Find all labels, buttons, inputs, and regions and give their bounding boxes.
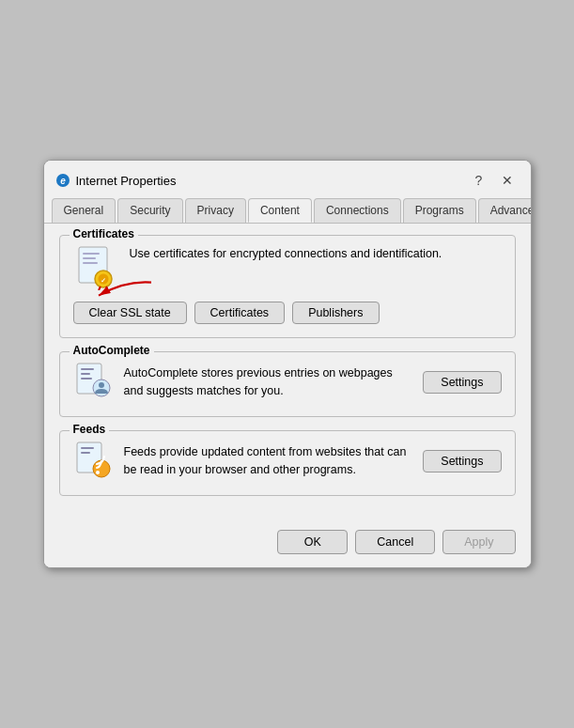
- svg-rect-5: [83, 262, 98, 264]
- svg-rect-14: [81, 373, 90, 375]
- certificates-button[interactable]: Certificates: [194, 302, 286, 324]
- svg-point-22: [96, 471, 100, 474]
- internet-properties-window: e Internet Properties ? ✕ General Securi…: [43, 160, 532, 568]
- close-button[interactable]: ✕: [495, 168, 520, 193]
- certificates-section-label: Certificates: [70, 227, 138, 240]
- feeds-icon: [73, 441, 113, 482]
- window-title: Internet Properties: [76, 174, 177, 188]
- title-bar: e Internet Properties ? ✕: [44, 161, 531, 193]
- red-arrow: [83, 277, 167, 303]
- cert-buttons: Clear SSL state Certificates Publishers: [73, 302, 502, 324]
- svg-rect-4: [83, 257, 96, 259]
- title-bar-left: e Internet Properties: [55, 173, 177, 188]
- svg-text:e: e: [60, 176, 66, 186]
- cert-row: ✓ Use certific: [73, 245, 502, 290]
- autocomplete-row: AutoComplete stores previous entries on …: [73, 362, 502, 403]
- feeds-settings-button[interactable]: Settings: [423, 450, 501, 472]
- clear-ssl-button[interactable]: Clear SSL state: [73, 302, 187, 324]
- autocomplete-icon: [73, 362, 113, 403]
- help-button[interactable]: ?: [467, 168, 491, 193]
- tab-bar: General Security Privacy Content Connect…: [44, 193, 531, 223]
- tab-privacy[interactable]: Privacy: [185, 198, 246, 223]
- svg-rect-13: [81, 368, 94, 370]
- svg-rect-15: [81, 378, 92, 379]
- svg-point-17: [99, 382, 104, 388]
- bottom-bar: OK Cancel Apply: [44, 520, 531, 567]
- tab-security[interactable]: Security: [117, 198, 182, 223]
- autocomplete-section-label: AutoComplete: [70, 344, 154, 357]
- feeds-row: Feeds provide updated content from websi…: [73, 441, 502, 482]
- title-bar-right: ? ✕: [467, 168, 520, 193]
- feeds-description: Feeds provide updated content from websi…: [124, 443, 412, 479]
- tab-advanced[interactable]: Advanced: [478, 198, 532, 223]
- tab-content[interactable]: Content: [248, 198, 312, 223]
- tab-general[interactable]: General: [52, 198, 116, 223]
- content-area: Certificates ✓: [44, 223, 531, 520]
- publishers-button[interactable]: Publishers: [292, 302, 379, 324]
- ok-button[interactable]: OK: [277, 530, 348, 554]
- svg-rect-20: [81, 452, 90, 454]
- cert-icon-wrap: ✓: [73, 245, 118, 290]
- autocomplete-settings-button[interactable]: Settings: [423, 371, 501, 394]
- cancel-button[interactable]: Cancel: [355, 530, 435, 554]
- autocomplete-description: AutoComplete stores previous entries on …: [124, 364, 412, 400]
- feeds-section: Feeds Feeds provide updated content from…: [59, 430, 516, 496]
- tab-connections[interactable]: Connections: [314, 198, 401, 223]
- svg-rect-19: [81, 447, 94, 449]
- svg-rect-3: [83, 253, 100, 255]
- feeds-section-label: Feeds: [70, 423, 110, 436]
- tab-programs[interactable]: Programs: [403, 198, 476, 223]
- certificates-section: Certificates ✓: [59, 235, 516, 338]
- autocomplete-section: AutoComplete AutoComplete stores previou…: [59, 351, 516, 417]
- apply-button[interactable]: Apply: [442, 530, 515, 554]
- ie-icon: e: [55, 173, 70, 188]
- cert-description: Use certificates for encrypted connectio…: [130, 245, 502, 263]
